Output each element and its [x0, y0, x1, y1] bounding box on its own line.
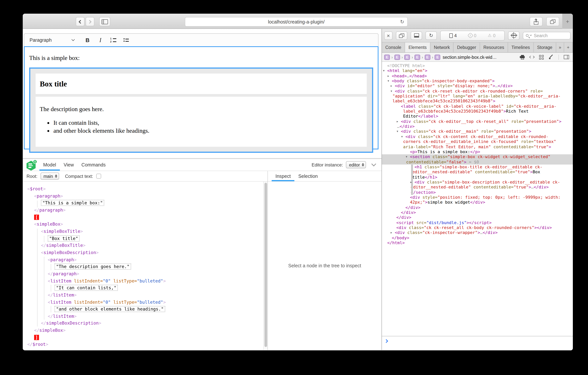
dom-tree-line[interactable]: 42px;">simple box widget</div> — [382, 200, 573, 205]
tab-overflow-button[interactable]: » — [556, 43, 564, 52]
settings-button[interactable] — [572, 43, 573, 52]
collapse-inspector-icon[interactable] — [371, 162, 376, 166]
breadcrumb-element-badge[interactable]: E — [384, 55, 390, 60]
model-tree-line[interactable]: <paragraph> — [23, 192, 166, 199]
breadcrumb-element-badge[interactable]: E — [425, 55, 430, 60]
dom-tree-line[interactable]: editor__nested-editable" contenteditable… — [382, 185, 573, 190]
model-tree-line[interactable]: "This is a simple box:" — [23, 200, 166, 207]
simple-box-widget[interactable]: Box title The description goes here. It … — [29, 67, 373, 153]
tab-debugger[interactable]: Debugger — [454, 43, 480, 52]
model-tree-line[interactable]: <simpleBox> — [23, 221, 166, 228]
root-select[interactable]: main — [40, 173, 59, 180]
dom-tree-line[interactable]: <div class="ck ck-reset_all ck-body ck-r… — [382, 225, 573, 230]
model-tree-line[interactable]: </paragraph> — [23, 207, 166, 214]
dom-tree-line[interactable]: </body> — [382, 235, 573, 240]
disclosure-triangle-icon[interactable]: ▸ — [391, 230, 392, 235]
print-styles-icon[interactable] — [520, 55, 525, 59]
dom-tree-line[interactable]: ▸<div class="simple-box-description ck-e… — [382, 180, 573, 185]
add-tab-button[interactable]: + — [564, 43, 572, 52]
model-tree-line[interactable]: ] — [23, 334, 166, 341]
dom-tree-line[interactable]: corners ck-editor__editable_inline ck-fo… — [382, 139, 573, 144]
model-tree-scrollbar[interactable] — [263, 182, 267, 350]
tab-selection[interactable]: Selection — [294, 171, 322, 181]
dom-tree-line[interactable]: "application" dir="ltr" lang="en" aria-l… — [382, 94, 573, 99]
model-text-node[interactable]: "It can contain lists," — [54, 285, 118, 291]
model-tree-line[interactable]: </simpleBoxTitle> — [23, 242, 166, 249]
model-tree-line[interactable]: </$root> — [23, 341, 166, 348]
dom-tree-line[interactable]: ▸<div class="ck ck-editor__top ck-reset_… — [382, 119, 573, 124]
dom-tree-line[interactable]: <h1 class="simple-box-title ck-editor__e… — [382, 165, 573, 170]
dom-tree-line[interactable]: </section> — [382, 190, 573, 195]
disclosure-triangle-icon[interactable]: ▾ — [388, 78, 389, 84]
disclosure-triangle-icon[interactable]: ▸ — [410, 180, 412, 185]
page-count[interactable]: 4 — [449, 33, 457, 38]
disclosure-triangle-icon[interactable]: ▾ — [397, 129, 398, 134]
intro-paragraph[interactable]: This is a simple box: — [29, 55, 373, 61]
tab-elements[interactable]: Elements — [405, 43, 430, 52]
close-inspector-button[interactable]: × — [384, 31, 392, 40]
dom-tree-line[interactable]: title</h1> — [382, 175, 573, 180]
dom-tree-line[interactable]: <label class="ck ck-label ck-voice-label… — [382, 104, 573, 109]
model-tree-line[interactable]: </listItem> — [23, 292, 166, 298]
model-tree-line[interactable]: "Box title" — [23, 235, 166, 242]
address-bar[interactable]: localhost/creating-a-plugin/ ↻ — [185, 17, 408, 27]
model-tree-line[interactable]: <paragraph> — [23, 256, 166, 263]
simple-box-title-editable[interactable]: Box title — [36, 74, 367, 94]
model-tree-line[interactable]: "It can contain lists," — [23, 284, 166, 291]
tab-overview-button[interactable] — [546, 17, 559, 26]
dom-tree-line[interactable]: </div> — [382, 215, 573, 220]
model-tree-line[interactable]: [ — [23, 214, 166, 221]
dom-tree-line[interactable]: ▾<body class="ck-inspector-body-expanded… — [382, 78, 573, 84]
dom-tree-line[interactable]: label_e63cbbfece34c53ce23501062343f49b8"… — [382, 99, 573, 104]
dom-tree-line[interactable]: </div> — [382, 210, 573, 215]
styles-brush-icon[interactable] — [549, 55, 554, 60]
dom-tree-line[interactable]: ▾<section class="simple-box ck-widget ck… — [382, 154, 573, 159]
dom-tree-line[interactable]: ▸<div id="editor" style="display: none;"… — [382, 84, 573, 89]
model-tree-line[interactable]: <listItem listIndent="0" listType="bulle… — [23, 277, 166, 284]
warning-count[interactable]: ⚠ 0 — [488, 33, 495, 38]
dom-tree-line[interactable]: ▸<head>…</head> — [382, 73, 573, 78]
model-tree-line[interactable]: "The description goes here." — [23, 263, 166, 270]
sidebar-toggle-button[interactable] — [99, 17, 110, 26]
share-button[interactable] — [530, 17, 543, 26]
tab-console[interactable]: Console — [382, 43, 405, 52]
new-tab-button[interactable]: + — [562, 14, 573, 29]
dom-tree-line[interactable]: Editor</label> — [382, 114, 573, 119]
quick-console[interactable] — [382, 336, 573, 350]
model-tree-line[interactable]: <$root> — [23, 185, 166, 192]
breadcrumb-element-badge[interactable]: E — [435, 55, 441, 60]
dom-tree-line[interactable]: ▾<div class="ck ck-editor__main" role="p… — [382, 129, 573, 134]
breadcrumb-selected-node[interactable]: section.simple-box.ck-wid… — [443, 55, 497, 59]
compact-text-checkbox[interactable] — [96, 174, 101, 179]
dom-tree-line[interactable]: ▸<div class="ck-inspector-wrapper">…</di… — [382, 230, 573, 235]
tab-resources[interactable]: Resources — [480, 43, 508, 52]
dom-tree-line[interactable]: label_e63cbbfece34c53ce23501062343f49b8"… — [382, 109, 573, 114]
reload-page-button[interactable]: ↻ — [425, 31, 437, 40]
scrollbar-thumb[interactable] — [264, 183, 267, 347]
inspector-search-field[interactable]: Search — [523, 32, 571, 39]
tab-timelines[interactable]: Timelines — [508, 43, 534, 52]
paragraph-style-dropdown[interactable]: Paragraph — [27, 35, 76, 45]
model-tree-line[interactable]: <simpleBoxTitle> — [23, 228, 166, 235]
details-sidebar-icon[interactable] — [564, 55, 569, 59]
bulleted-list-button[interactable] — [120, 35, 132, 45]
show-source-icon[interactable] — [530, 56, 534, 58]
dom-tree-line[interactable]: </html> — [382, 240, 573, 245]
disclosure-triangle-icon[interactable]: ▸ — [397, 119, 398, 124]
model-text-node[interactable]: "Box title" — [48, 235, 80, 241]
dom-tree-line[interactable]: …</div> — [382, 124, 573, 129]
tab-commands[interactable]: Commands — [78, 159, 109, 171]
dom-tree-line[interactable]: <p>This is a simple box:</p> — [382, 149, 573, 154]
model-text-node[interactable]: "and other block elements like headings.… — [54, 306, 165, 312]
dom-tree-line[interactable]: ▾<div class="ck ck-reset ck-editor ck-ro… — [382, 88, 573, 94]
disclosure-triangle-icon[interactable]: ▾ — [406, 154, 407, 159]
simple-box-description-editable[interactable]: The description goes here. It can contai… — [36, 97, 367, 147]
tab-storage[interactable]: Storage — [534, 43, 556, 52]
disclosure-triangle-icon[interactable]: ▸ — [391, 84, 392, 89]
tab-view[interactable]: View — [60, 159, 78, 171]
tab-model[interactable]: Model — [39, 159, 60, 171]
dom-tree-line[interactable]: ▾<html lang="en"> — [382, 68, 573, 74]
model-tree-line[interactable]: </simpleBoxDescription> — [23, 320, 166, 327]
numbered-list-button[interactable]: 1 2 — [108, 35, 119, 45]
model-tree-line[interactable]: </paragraph> — [23, 270, 166, 277]
